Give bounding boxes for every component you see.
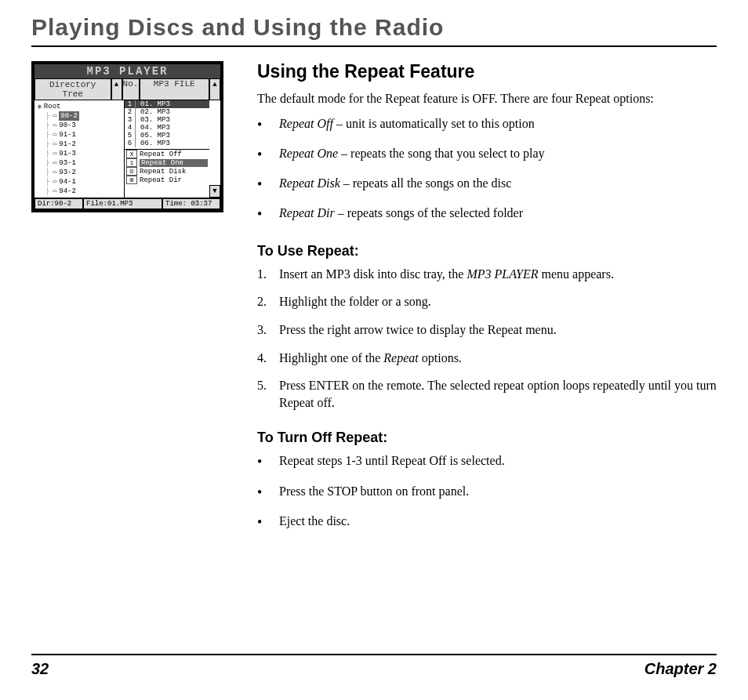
file-row: 202. MP3 <box>125 108 209 116</box>
repeat-mode-icon: X <box>126 150 137 158</box>
folder-item: ▭91-3 <box>45 149 121 158</box>
repeat-label: Repeat Dir <box>140 176 208 184</box>
file-row: 606. MP3 <box>125 140 209 147</box>
step-item: Highlight one of the Repeat options. <box>257 350 717 367</box>
page-title: Playing Discs and Using the Radio <box>31 14 717 41</box>
file-number: 1 <box>125 100 136 108</box>
use-steps-list: Insert an MP3 disk into disc tray, the M… <box>257 266 717 412</box>
repeat-label: Repeat Disk <box>140 168 208 176</box>
folder-item: ▭90-3 <box>45 121 121 130</box>
option-term: Repeat Disk <box>279 176 340 190</box>
file-number: 2 <box>125 108 136 116</box>
option-desc: – repeats all the songs on the disc <box>340 176 512 190</box>
option-desc: – repeats songs of the selected folder <box>335 206 523 219</box>
folder-item: ▭90-2 <box>45 111 121 121</box>
folder-label: 91-2 <box>59 140 76 149</box>
folder-icon: ▭ <box>53 140 56 149</box>
folder-label: 94-1 <box>59 177 76 187</box>
file-name: 05. MP3 <box>136 132 209 140</box>
mp3-player-screenshot: MP3 PLAYER Directory Tree ▲ No. MP3 FILE… <box>31 61 223 212</box>
scroll-down-icon: ▼ <box>209 185 220 198</box>
folder-item: ▭93-2 <box>45 168 121 177</box>
option-item: Repeat Dir – repeats songs of the select… <box>257 205 717 223</box>
folder-icon: ▭ <box>53 130 56 140</box>
off-step-text: Repeat steps 1-3 until Repeat Off is sel… <box>279 452 505 471</box>
repeat-label: Repeat Off <box>140 151 208 158</box>
repeat-mode-icon: ⊞ <box>126 176 137 184</box>
scroll-up-icon: ▲ <box>111 78 122 100</box>
option-desc: – repeats the song that you select to pl… <box>338 147 544 160</box>
file-name: 01. MP3 <box>136 100 209 108</box>
folder-item: ▭91-2 <box>45 140 121 149</box>
step-item: Highlight the folder or a song. <box>257 293 717 310</box>
repeat-mode-icon: 1 <box>126 158 137 167</box>
file-number: 4 <box>125 124 136 132</box>
file-number: 3 <box>125 116 136 124</box>
folder-item: ▭94-2 <box>45 187 121 196</box>
folder-icon: ▭ <box>53 168 56 177</box>
status-dir: Dir:90-2 <box>34 198 83 209</box>
step-text: Press ENTER on the remote. The selected … <box>279 377 717 411</box>
off-step-text: Eject the disc. <box>279 513 350 531</box>
off-step-item: Eject the disc. <box>257 513 717 531</box>
folder-icon: ▭ <box>53 149 56 158</box>
step-text: Highlight the folder or a song. <box>279 293 431 310</box>
intro-text: The default mode for the Repeat feature … <box>257 90 717 107</box>
footer-rule <box>31 654 717 655</box>
folder-icon: ▭ <box>53 111 56 121</box>
folder-label: 90-3 <box>59 121 76 130</box>
scroll-up-icon: ▲ <box>209 78 220 100</box>
option-item: Repeat One – repeats the song that you s… <box>257 145 717 164</box>
folder-label: 90-2 <box>59 111 79 121</box>
step-item: Press ENTER on the remote. The selected … <box>257 377 717 411</box>
directory-tree: ◉Root ▭90-2▭90-3▭91-1▭91-2▭91-3▭93-1▭93-… <box>34 100 125 198</box>
file-row: 404. MP3 <box>125 124 209 132</box>
folder-label: 93-2 <box>59 168 76 177</box>
repeat-option: ⊡Repeat Disk <box>125 167 209 176</box>
file-pane: 101. MP3202. MP3303. MP3404. MP3505. MP3… <box>125 100 209 198</box>
status-file: File:01.MP3 <box>83 198 162 209</box>
file-header: MP3 FILE <box>140 78 210 100</box>
option-item: Repeat Off – unit is automatically set t… <box>257 115 717 134</box>
folder-label: 94-2 <box>59 187 76 196</box>
option-term: Repeat Dir <box>279 206 335 219</box>
folder-icon: ▭ <box>53 187 56 196</box>
off-step-item: Repeat steps 1-3 until Repeat Off is sel… <box>257 452 717 471</box>
step-item: Insert an MP3 disk into disc tray, the M… <box>257 266 717 283</box>
step-text: Insert an MP3 disk into disc tray, the M… <box>279 266 614 283</box>
step-text: Press the right arrow twice to display t… <box>279 321 557 339</box>
repeat-label: Repeat One <box>140 159 208 167</box>
repeat-option: ⊞Repeat Dir <box>125 176 209 184</box>
file-name: 03. MP3 <box>136 116 209 124</box>
disc-icon: ◉ <box>38 102 42 111</box>
step-item: Press the right arrow twice to display t… <box>257 321 717 339</box>
folder-item: ▭91-1 <box>45 130 121 140</box>
folder-item: ▭93-1 <box>45 158 121 168</box>
status-time: Time: 03:37 <box>162 198 220 209</box>
file-row: 101. MP3 <box>125 100 209 108</box>
folder-label: 91-3 <box>59 149 76 158</box>
no-header: No. <box>122 78 140 100</box>
off-heading: To Turn Off Repeat: <box>257 430 717 446</box>
repeat-mode-icon: ⊡ <box>126 167 137 176</box>
page-footer: 32 Chapter 2 <box>31 654 717 678</box>
title-rule <box>31 45 717 47</box>
page-number: 32 <box>31 660 49 678</box>
folder-label: 91-1 <box>59 130 76 140</box>
option-term: Repeat Off <box>279 117 333 130</box>
off-step-item: Press the STOP button on front panel. <box>257 483 717 502</box>
repeat-option: 1Repeat One <box>125 158 209 167</box>
folder-item: ▭94-1 <box>45 177 121 187</box>
repeat-option: XRepeat Off <box>125 150 209 158</box>
option-term: Repeat One <box>279 147 338 160</box>
player-title: MP3 PLAYER <box>34 64 220 78</box>
use-heading: To Use Repeat: <box>257 243 717 259</box>
file-row: 303. MP3 <box>125 116 209 124</box>
root-label: Root <box>44 102 61 111</box>
file-row: 505. MP3 <box>125 132 209 140</box>
off-steps-list: Repeat steps 1-3 until Repeat Off is sel… <box>257 452 717 531</box>
repeat-menu: XRepeat Off1Repeat One⊡Repeat Disk⊞Repea… <box>125 149 209 184</box>
off-step-text: Press the STOP button on front panel. <box>279 483 469 502</box>
chapter-label: Chapter 2 <box>645 660 717 678</box>
file-name: 04. MP3 <box>136 124 209 132</box>
